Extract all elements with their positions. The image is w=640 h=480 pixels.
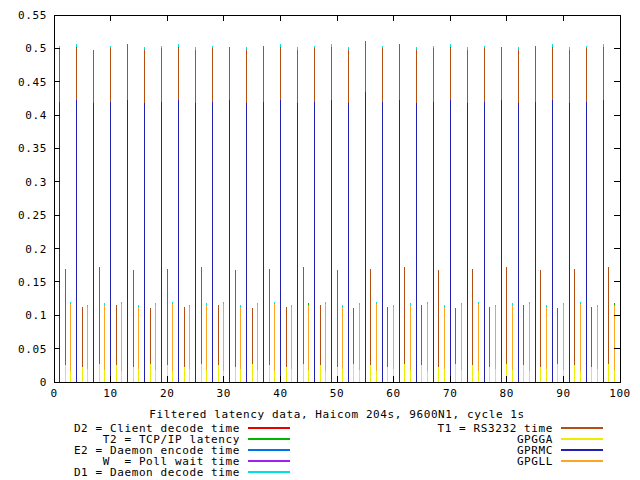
- legend: D2 = Client decode timeT2 = TCP/IP laten…: [74, 422, 603, 479]
- y-tick-label: 0: [40, 376, 47, 389]
- y-tick-label: 0.25: [18, 209, 47, 222]
- y-tick-label: 0.15: [18, 276, 47, 289]
- y-tick-label: 0.3: [25, 176, 47, 189]
- chart-title: Filtered latency data, Haicom 204s, 9600…: [149, 408, 525, 421]
- x-tick-label: 10: [103, 387, 117, 400]
- legend-item-d1: D1 = Daemon decode time: [74, 466, 290, 479]
- y-tick-label: 0.45: [18, 76, 47, 89]
- legend-label: D1 = Daemon decode time: [74, 466, 240, 479]
- x-tick-label: 0: [50, 387, 57, 400]
- y-tick-label: 0.1: [25, 309, 47, 322]
- legend-item-gpgll: GPGLL: [517, 455, 603, 468]
- x-tick-label: 70: [443, 387, 457, 400]
- x-tick-label: 60: [386, 387, 400, 400]
- impulse-series: [54, 41, 614, 382]
- x-tick-label: 50: [330, 387, 344, 400]
- latency-chart: 010203040506070809010000.050.10.150.20.2…: [0, 0, 640, 480]
- x-tick-label: 20: [160, 387, 174, 400]
- y-tick-label: 0.2: [25, 243, 47, 256]
- x-axis: 0102030405060708090100: [50, 15, 630, 400]
- y-tick-label: 0.55: [18, 9, 47, 22]
- x-tick-label: 80: [500, 387, 514, 400]
- gnuplot-chart-window: 010203040506070809010000.050.10.150.20.2…: [0, 0, 640, 480]
- y-tick-label: 0.05: [18, 343, 47, 356]
- x-tick-label: 40: [273, 387, 287, 400]
- legend-label: GPGLL: [517, 455, 553, 468]
- y-tick-label: 0.5: [25, 42, 47, 55]
- y-tick-label: 0.35: [18, 142, 47, 155]
- x-tick-label: 100: [609, 387, 631, 400]
- y-tick-label: 0.4: [25, 109, 47, 122]
- x-tick-label: 30: [217, 387, 231, 400]
- x-tick-label: 90: [556, 387, 570, 400]
